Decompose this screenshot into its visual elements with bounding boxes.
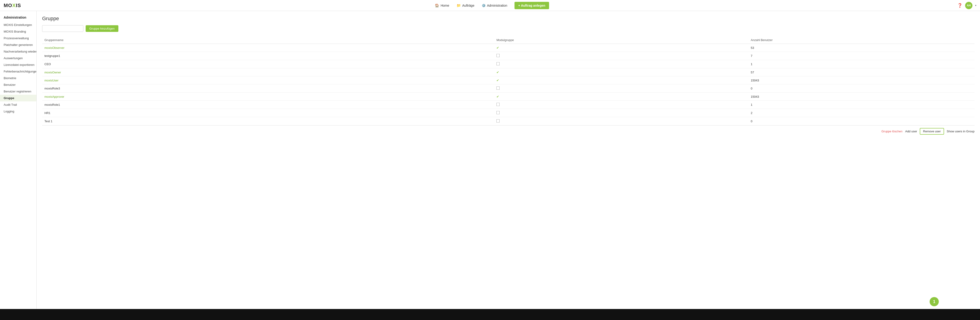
- add-group-row: Gruppe hinzufügen: [42, 25, 975, 32]
- checkbox-empty: [496, 103, 500, 106]
- group-name-cell[interactable]: moxisObserver: [42, 44, 494, 52]
- notification-badge[interactable]: 1: [930, 297, 939, 306]
- avatar-dropdown-arrow[interactable]: ▾: [975, 4, 976, 6]
- anzahl-cell: 2: [749, 109, 975, 117]
- modulgruppe-cell: [494, 85, 749, 93]
- footer-bar: [0, 309, 980, 320]
- sidebar-item-moxis-einstellungen[interactable]: MOXIS Einstellungen: [0, 22, 37, 28]
- add-user-button[interactable]: Add user: [905, 130, 917, 133]
- check-icon: ✔: [496, 78, 499, 82]
- new-order-label: + Auftrag anlegen: [518, 4, 545, 7]
- sidebar-item-moxis-branding[interactable]: MOXIS Branding: [0, 28, 37, 35]
- badge-count: 1: [933, 299, 935, 304]
- group-name-cell[interactable]: moxisApprover: [42, 93, 494, 101]
- anzahl-cell: 0: [749, 117, 975, 125]
- sidebar-item-auswertungen[interactable]: Auswertungen: [0, 55, 37, 61]
- sidebar: Administration MOXIS Einstellungen MOXIS…: [0, 11, 37, 320]
- nav-home[interactable]: 🏠 Home: [435, 3, 449, 8]
- app-body: Administration MOXIS Einstellungen MOXIS…: [0, 11, 980, 320]
- sidebar-item-benutzer[interactable]: Benutzer: [0, 82, 37, 88]
- group-name-cell[interactable]: moxisOwner: [42, 68, 494, 77]
- check-icon: ✔: [496, 95, 499, 98]
- table-row[interactable]: moxisRole11: [42, 101, 975, 109]
- nav-center: 🏠 Home 📁 Aufträge ⚙️ Administration + Au…: [30, 2, 954, 9]
- new-order-button[interactable]: + Auftrag anlegen: [514, 2, 549, 9]
- group-name-link[interactable]: moxisApprover: [45, 95, 64, 98]
- remove-user-button[interactable]: Remove user: [920, 128, 944, 134]
- nav-right: ❓ AH ▾: [957, 2, 976, 9]
- checkbox-empty: [496, 86, 500, 90]
- sidebar-item-fehlerbenachrichtigungen[interactable]: Fehlerbenachrichtigungen: [0, 68, 37, 75]
- anzahl-cell: 15043: [749, 93, 975, 101]
- gear-icon: ⚙️: [482, 4, 486, 7]
- sidebar-title: Administration: [0, 14, 37, 22]
- table-row[interactable]: moxisApprover✔15043: [42, 93, 975, 101]
- table-row[interactable]: testgruppe17: [42, 52, 975, 60]
- nav-administration-label: Administration: [487, 4, 508, 7]
- logo: MOXIS: [4, 3, 21, 8]
- group-name-link[interactable]: moxisOwner: [45, 70, 61, 74]
- nav-administration[interactable]: ⚙️ Administration: [482, 4, 508, 7]
- table-row[interactable]: moxisUser✔15043: [42, 77, 975, 85]
- folder-icon: 📁: [457, 3, 461, 8]
- group-name-cell[interactable]: HR1: [42, 109, 494, 117]
- group-name-input[interactable]: [42, 25, 83, 32]
- modulgruppe-cell: ✔: [494, 93, 749, 101]
- avatar[interactable]: AH: [965, 2, 972, 9]
- table-row[interactable]: moxisRole30: [42, 85, 975, 93]
- modulgruppe-cell: [494, 109, 749, 117]
- sidebar-item-logging[interactable]: Logging: [0, 108, 37, 115]
- group-name-cell[interactable]: moxisUser: [42, 77, 494, 85]
- help-icon[interactable]: ❓: [957, 3, 963, 8]
- delete-group-button[interactable]: Gruppe löschen: [881, 130, 902, 133]
- table-row[interactable]: HR12: [42, 109, 975, 117]
- group-name-cell[interactable]: moxisRole3: [42, 85, 494, 93]
- anzahl-cell: 15043: [749, 77, 975, 85]
- modulgruppe-cell: ✔: [494, 44, 749, 52]
- modulgruppe-cell: ✔: [494, 77, 749, 85]
- action-bar: Gruppe löschen Add user Remove user Show…: [42, 125, 975, 136]
- home-icon: 🏠: [435, 3, 439, 8]
- sidebar-item-gruppe[interactable]: Gruppe: [0, 95, 37, 101]
- sidebar-item-nachverarbeitung-wiederholen[interactable]: Nachverarbeitung wiederholen: [0, 48, 37, 55]
- group-name-link[interactable]: moxisUser: [45, 79, 58, 82]
- anzahl-cell: 1: [749, 101, 975, 109]
- sidebar-item-biometrie[interactable]: Biometrie: [0, 75, 37, 82]
- anzahl-cell: 57: [749, 68, 975, 77]
- table-row[interactable]: moxisObserver✔53: [42, 44, 975, 52]
- col-header-gruppenname: Gruppenname: [42, 37, 494, 44]
- add-group-button[interactable]: Gruppe hinzufügen: [86, 25, 118, 32]
- show-users-button[interactable]: Show users in Group: [947, 130, 975, 133]
- group-name-cell[interactable]: CEO: [42, 60, 494, 68]
- modulgruppe-cell: ✔: [494, 68, 749, 77]
- sidebar-item-lizenzdatei-exportieren[interactable]: Lizenzdatei exportieren: [0, 61, 37, 68]
- group-name-cell[interactable]: moxisRole1: [42, 101, 494, 109]
- group-name-cell[interactable]: Test 1: [42, 117, 494, 125]
- sidebar-item-platzhalter-generieren[interactable]: Platzhalter generieren: [0, 42, 37, 48]
- main-content: Gruppe Gruppe hinzufügen Gruppenname Mod…: [37, 11, 980, 320]
- group-name-cell[interactable]: testgruppe1: [42, 52, 494, 60]
- sidebar-item-benutzer-registrieren[interactable]: Benutzer registrieren: [0, 88, 37, 95]
- table-row[interactable]: moxisOwner✔57: [42, 68, 975, 77]
- modulgruppe-cell: [494, 117, 749, 125]
- check-icon: ✔: [496, 46, 499, 50]
- group-name-link[interactable]: moxisObserver: [45, 46, 64, 50]
- modulgruppe-cell: [494, 60, 749, 68]
- sidebar-item-audit-trail[interactable]: Audit Trail: [0, 101, 37, 108]
- nav-auftraege-label: Aufträge: [462, 4, 474, 7]
- nav-auftraege[interactable]: 📁 Aufträge: [457, 3, 474, 8]
- top-nav: MOXIS 🏠 Home 📁 Aufträge ⚙️ Administratio…: [0, 0, 980, 11]
- checkbox-empty: [496, 62, 500, 66]
- groups-table: Gruppenname Modulgruppe Anzahl Benutzer …: [42, 37, 975, 125]
- anzahl-cell: 1: [749, 60, 975, 68]
- table-row[interactable]: CEO1: [42, 60, 975, 68]
- checkbox-empty: [496, 119, 500, 123]
- table-row[interactable]: Test 10: [42, 117, 975, 125]
- page-title: Gruppe: [42, 16, 975, 22]
- check-icon: ✔: [496, 70, 499, 74]
- modulgruppe-cell: [494, 101, 749, 109]
- modulgruppe-cell: [494, 52, 749, 60]
- anzahl-cell: 53: [749, 44, 975, 52]
- sidebar-item-prozessverwaltung[interactable]: Prozessverwaltung: [0, 35, 37, 42]
- checkbox-empty: [496, 54, 500, 57]
